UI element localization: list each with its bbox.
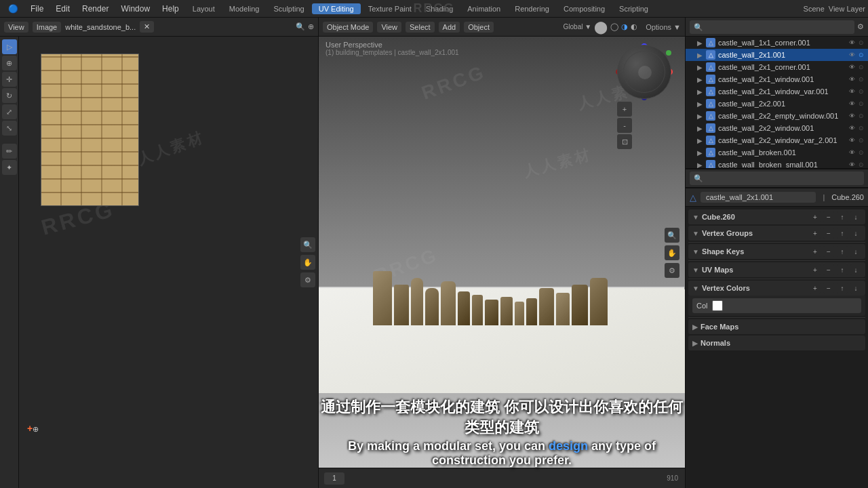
vc-dn[interactable]: ↓	[850, 283, 861, 293]
uvm-add[interactable]: +	[810, 264, 821, 275]
view-layer-selector[interactable]: View Layer	[829, 5, 865, 13]
move-tool-icon[interactable]: ✛	[2, 72, 17, 87]
object-list-item-6[interactable]: ▶△castle_wall_2x2_empty_window.001👁⊙	[686, 110, 868, 122]
vp-zoom-icon[interactable]: 🔍	[665, 228, 679, 243]
vp-add-menu[interactable]: Add	[439, 22, 460, 33]
tab-sculpting[interactable]: Sculpting	[267, 3, 311, 14]
uv-image-menu[interactable]: Image	[33, 22, 62, 33]
shading-material-icon[interactable]: ◑	[621, 22, 628, 31]
vp-settings-icon[interactable]: ⚙	[665, 263, 679, 278]
shape-keys-header[interactable]: ▼ Shape Keys + − ↑ ↓	[688, 244, 865, 259]
face-maps-header[interactable]: ▶ Face Maps	[688, 319, 865, 334]
obj-sel-4[interactable]: ⊙	[857, 87, 865, 96]
rotate-tool-icon[interactable]: ↻	[2, 88, 17, 103]
tab-rendering[interactable]: Rendering	[508, 3, 556, 14]
obj-sel-6[interactable]: ⊙	[857, 112, 865, 120]
filter-icon[interactable]: ⚙	[857, 22, 864, 31]
obj-eye-7[interactable]: 👁	[848, 124, 856, 132]
menu-edit[interactable]: Edit	[50, 3, 75, 15]
sk-remove[interactable]: −	[823, 246, 834, 257]
shading-solid-icon[interactable]: ⬤	[594, 20, 608, 35]
vc-up[interactable]: ↑	[837, 283, 848, 293]
uv-view-area[interactable]: ▷ ⊕ ✛ ↻ ⤢ ⤡ ✏ ✦ RRCG 人人素材 RRCG ⊕ �	[0, 37, 318, 488]
tab-texture-paint[interactable]: Texture Paint	[361, 3, 418, 14]
vertex-mesh-remove[interactable]: −	[823, 211, 834, 222]
hand-tool-icon[interactable]: ✋	[300, 255, 315, 270]
obj-sel-5[interactable]: ⊙	[857, 100, 865, 108]
tab-scripting[interactable]: Scripting	[612, 3, 655, 14]
vc-remove[interactable]: −	[823, 283, 834, 293]
vp-view-menu[interactable]: View	[377, 22, 401, 33]
transform-tool-icon[interactable]: ⤡	[2, 121, 17, 136]
obj-eye-1[interactable]: 👁	[848, 51, 856, 59]
vg-up[interactable]: ↑	[837, 228, 848, 239]
uvm-remove[interactable]: −	[823, 264, 834, 275]
obj-sel-9[interactable]: ⊙	[857, 148, 865, 157]
object-mode-selector[interactable]: Object Mode	[323, 22, 373, 33]
zoom-fit-btn[interactable]: ⊡	[617, 134, 632, 149]
uv-close-btn[interactable]: ✕	[140, 21, 154, 33]
obj-sel-3[interactable]: ⊙	[857, 75, 865, 83]
vertex-groups-header[interactable]: ▼ Vertex Groups + − ↑ ↓	[688, 226, 865, 241]
tab-compositing[interactable]: Compositing	[557, 3, 612, 14]
menu-file[interactable]: File	[25, 3, 49, 15]
sk-dn[interactable]: ↓	[850, 246, 861, 257]
object-list-item-2[interactable]: ▶△castle_wall_2x1_corner.001👁⊙	[686, 61, 868, 73]
tab-layout[interactable]: Layout	[186, 3, 222, 14]
menu-help[interactable]: Help	[157, 3, 184, 15]
scene-selector[interactable]: Scene	[804, 5, 825, 13]
obj-eye-9[interactable]: 👁	[848, 148, 856, 157]
obj-sel-10[interactable]: ⊙	[857, 161, 865, 169]
annotate-tool-icon[interactable]: ✏	[2, 144, 17, 159]
menu-render[interactable]: Render	[77, 3, 114, 15]
object-list-item-10[interactable]: ▶△castle_wall_broken_small.001👁⊙	[686, 159, 868, 169]
object-list-item-9[interactable]: ▶△castle_wall_broken.001👁⊙	[686, 146, 868, 159]
vg-dn[interactable]: ↓	[850, 228, 861, 239]
obj-eye-0[interactable]: 👁	[848, 39, 856, 47]
cursor-tool-icon[interactable]: ⊕	[2, 56, 17, 70]
obj-sel-8[interactable]: ⊙	[857, 136, 865, 144]
obj-eye-3[interactable]: 👁	[848, 75, 856, 83]
options-button[interactable]: Options ▼	[646, 23, 681, 31]
shading-render-icon[interactable]: ◐	[631, 22, 637, 31]
tab-modeling[interactable]: Modeling	[222, 3, 267, 14]
uv-cursor-icon[interactable]: ⊕	[308, 22, 314, 31]
mesh-data-search[interactable]	[690, 171, 864, 185]
uv-view-menu[interactable]: View	[4, 22, 28, 33]
normals-header[interactable]: ▶ Normals	[688, 336, 865, 350]
zoom-in-btn[interactable]: +	[617, 102, 632, 117]
vertex-colors-header[interactable]: ▼ Vertex Colors + − ↑ ↓	[688, 281, 865, 296]
tab-uv-editing[interactable]: UV Editing	[312, 3, 361, 14]
object-list-item-8[interactable]: ▶△castle_wall_2x2_window_var_2.001👁⊙	[686, 134, 868, 146]
uvm-dn[interactable]: ↓	[850, 264, 861, 275]
vc-add[interactable]: +	[810, 283, 821, 293]
shading-wire-icon[interactable]: ◯	[610, 22, 618, 31]
sk-add[interactable]: +	[810, 246, 821, 257]
obj-sel-0[interactable]: ⊙	[857, 39, 865, 47]
obj-sel-7[interactable]: ⊙	[857, 124, 865, 132]
object-list-item-7[interactable]: ▶△castle_wall_2x2_window.001👁⊙	[686, 122, 868, 134]
vg-remove[interactable]: −	[823, 228, 834, 239]
zoom-out-btn[interactable]: -	[617, 118, 632, 133]
mesh-data-name[interactable]: Cube.260	[831, 193, 864, 201]
uv-zoom-icon[interactable]: 🔍	[296, 22, 305, 31]
nav-ball[interactable]	[617, 45, 671, 99]
obj-eye-5[interactable]: 👁	[848, 100, 856, 108]
vertex-mesh-move-down[interactable]: ↓	[850, 211, 861, 222]
vertex-mesh-add[interactable]: +	[810, 211, 821, 222]
obj-eye-6[interactable]: 👁	[848, 112, 856, 120]
scale-tool-icon[interactable]: ⤢	[2, 104, 17, 119]
vertex-mesh-move-up[interactable]: ↑	[837, 211, 848, 222]
vertex-mesh-header[interactable]: ▼ Cube.260 + − ↑ ↓	[688, 209, 865, 224]
tab-animation[interactable]: Animation	[460, 3, 507, 14]
global-dropdown[interactable]: Global ▼	[564, 23, 592, 30]
obj-eye-10[interactable]: 👁	[848, 161, 856, 169]
obj-eye-8[interactable]: 👁	[848, 136, 856, 144]
sample-tool-icon[interactable]: ✦	[2, 160, 17, 175]
object-list-item-0[interactable]: ▶△castle_wall_1x1_corner.001👁⊙	[686, 37, 868, 49]
properties-search[interactable]	[690, 20, 854, 34]
vg-add[interactable]: +	[810, 228, 821, 239]
object-list-item-5[interactable]: ▶△castle_wall_2x2.001👁⊙	[686, 98, 868, 110]
uv-maps-header[interactable]: ▼ UV Maps + − ↑ ↓	[688, 262, 865, 277]
object-list-item-1[interactable]: ▶△castle_wall_2x1.001👁⊙	[686, 49, 868, 61]
